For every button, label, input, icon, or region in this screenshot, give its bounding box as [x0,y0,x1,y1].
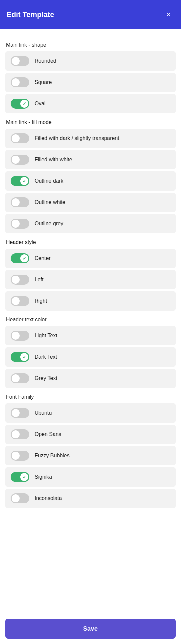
option-row-ubuntu: Ubuntu [5,403,176,423]
option-label-inconsolata: Inconsolata [35,495,62,501]
toggle-signika[interactable] [11,472,29,482]
toggle-thumb [12,297,20,305]
option-row-left: Left [5,270,176,289]
section-label-font-family: Font Family [6,394,176,400]
toggle-filled-white[interactable] [11,155,29,165]
toggle-fuzzy-bubbles[interactable] [11,451,29,461]
toggle-thumb [12,220,20,228]
option-row-dark-text: Dark Text [5,347,176,367]
toggle-oval[interactable] [11,99,29,109]
page-title: Edit Template [7,10,54,19]
option-row-filled-dark: Filled with dark / slightly transparent [5,129,176,148]
option-label-signika: Signika [35,474,52,480]
toggle-square[interactable] [11,77,29,87]
option-label-right: Right [35,298,47,304]
toggle-thumb [12,57,20,65]
save-button[interactable]: Save [5,619,176,639]
option-label-outline-grey: Outline grey [35,221,63,227]
toggle-thumb [12,430,20,438]
footer: Save [0,613,181,644]
close-button[interactable]: × [162,9,174,21]
header: Edit Template × [0,0,181,29]
toggle-outline-dark[interactable] [11,176,29,186]
option-row-open-sans: Open Sans [5,425,176,444]
option-label-center: Center [35,255,51,261]
toggle-filled-dark[interactable] [11,133,29,143]
option-label-filled-dark: Filled with dark / slightly transparent [35,135,119,141]
option-label-outline-dark: Outline dark [35,178,63,184]
option-row-center: Center [5,249,176,268]
toggle-left[interactable] [11,275,29,285]
toggle-thumb [12,198,20,206]
option-row-outline-grey: Outline grey [5,214,176,233]
section-label-main-link-shape: Main link - shape [6,42,176,48]
toggle-grey-text[interactable] [11,373,29,383]
toggle-dark-text[interactable] [11,352,29,362]
option-label-light-text: Light Text [35,333,57,339]
option-label-outline-white: Outline white [35,199,66,205]
toggle-thumb [20,353,28,361]
toggle-inconsolata[interactable] [11,493,29,503]
option-label-left: Left [35,277,44,283]
toggle-outline-white[interactable] [11,197,29,207]
toggle-rounded[interactable] [11,56,29,66]
toggle-thumb [20,473,28,481]
option-row-outline-white: Outline white [5,193,176,212]
option-label-rounded: Rounded [35,58,56,64]
section-label-main-link-fill: Main link - fill mode [6,119,176,125]
section-label-header-text-color: Header text color [6,317,176,323]
content-area: Main link - shapeRoundedSquareOvalMain l… [0,29,181,613]
toggle-thumb [12,409,20,417]
app-container: Edit Template × Main link - shapeRounded… [0,0,181,644]
toggle-ubuntu[interactable] [11,408,29,418]
toggle-center[interactable] [11,253,29,263]
toggle-thumb [20,177,28,185]
option-row-light-text: Light Text [5,326,176,345]
toggle-thumb [12,452,20,460]
toggle-outline-grey[interactable] [11,219,29,229]
toggle-thumb [20,254,28,262]
option-label-open-sans: Open Sans [35,431,61,437]
toggle-thumb [12,374,20,382]
option-label-dark-text: Dark Text [35,354,57,360]
toggle-thumb [12,78,20,86]
option-row-rounded: Rounded [5,51,176,71]
toggle-thumb [20,100,28,108]
toggle-right[interactable] [11,296,29,306]
toggle-thumb [12,332,20,340]
toggle-open-sans[interactable] [11,429,29,439]
option-row-filled-white: Filled with white [5,150,176,169]
option-row-grey-text: Grey Text [5,369,176,388]
option-row-inconsolata: Inconsolata [5,489,176,508]
option-label-fuzzy-bubbles: Fuzzy Bubbles [35,453,70,459]
toggle-thumb [12,276,20,284]
option-label-oval: Oval [35,101,46,107]
section-label-header-style: Header style [6,239,176,245]
toggle-light-text[interactable] [11,331,29,341]
toggle-thumb [12,494,20,502]
option-row-oval: Oval [5,94,176,113]
option-row-right: Right [5,291,176,311]
toggle-thumb [12,134,20,142]
option-label-ubuntu: Ubuntu [35,410,52,416]
option-row-square: Square [5,73,176,92]
option-label-filled-white: Filled with white [35,157,72,163]
option-label-square: Square [35,79,52,85]
toggle-thumb [12,156,20,164]
option-row-signika: Signika [5,467,176,487]
option-row-outline-dark: Outline dark [5,171,176,191]
option-label-grey-text: Grey Text [35,375,57,381]
option-row-fuzzy-bubbles: Fuzzy Bubbles [5,446,176,465]
